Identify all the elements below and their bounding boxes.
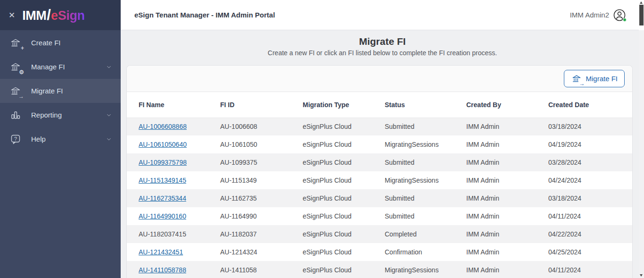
gear-badge-icon: ⚙: [19, 69, 24, 75]
top-header: eSign Tenant Manager - IMM Admin Portal …: [121, 0, 644, 30]
migrate-fi-button-label: Migrate FI: [586, 75, 618, 83]
logo-esign-text: eSign: [51, 8, 84, 23]
fi-table-body: AU-1006608868AU-1006608eSignPlus CloudSu…: [127, 118, 632, 278]
cell-created-date: 03/18/2024: [548, 118, 632, 135]
bank-arrow-icon: →: [9, 85, 22, 97]
cell-migration-type: eSignPlus Cloud: [303, 189, 385, 207]
cell-created-by: IMM Admin: [466, 189, 548, 207]
content-area: Migrate FI Create a new FI or click an F…: [121, 30, 644, 278]
table-row: AU-1061050640AU-1061050eSignPlus CloudMi…: [127, 135, 632, 153]
arrow-badge-icon: →: [18, 93, 24, 99]
chevron-down-icon: [106, 136, 112, 143]
sidebar-item-migrate-fi[interactable]: → Migrate FI: [0, 79, 121, 103]
bank-gear-icon: ⚙: [9, 61, 22, 73]
column-header-status: Status: [385, 92, 466, 118]
cell-fi-id: AU-1151349: [220, 171, 303, 189]
plus-badge-icon: +: [21, 45, 24, 51]
cell-created-by: IMM Admin: [466, 225, 548, 243]
cell-migration-type: eSignPlus Cloud: [303, 135, 385, 153]
bank-arrow-icon: →: [571, 73, 582, 84]
cell-status: MigratingSessions: [385, 171, 466, 189]
cell-migration-type: eSignPlus Cloud: [303, 243, 385, 261]
cell-fi-id: AU-1182037: [220, 225, 303, 243]
cell-status: Submitted: [385, 207, 466, 225]
cell-created-by: IMM Admin: [466, 243, 548, 261]
cell-fi-name: AU-1061050640: [127, 135, 220, 153]
fi-name-link[interactable]: AU-121432451: [139, 248, 183, 256]
migrate-fi-button[interactable]: → Migrate FI: [564, 70, 625, 87]
cell-fi-name: AU-1182037415: [127, 225, 220, 243]
help-bubble-icon: ?: [9, 133, 22, 145]
fi-table: FI Name FI ID Migration Type Status Crea…: [127, 92, 632, 278]
cell-created-by: IMM Admin: [466, 171, 548, 189]
cell-created-date: 04/22/2024: [548, 225, 632, 243]
fi-name-link[interactable]: AU-1099375798: [139, 159, 187, 166]
app-logo: IMM/eSign: [22, 7, 84, 24]
migrate-fi-card: → Migrate FI FI Name FI ID Migration Typ…: [126, 65, 633, 278]
table-row: AU-1099375798AU-1099375eSignPlus CloudSu…: [127, 153, 632, 171]
cell-fi-name: AU-1006608868: [127, 118, 220, 135]
user-name: IMM Admin2: [570, 11, 609, 19]
cell-fi-name: AU-1099375798: [127, 153, 220, 171]
cell-created-date: 03/28/2024: [548, 153, 632, 171]
cell-fi-name: AU-1151349145: [127, 171, 220, 189]
scrollbar-down-arrow-icon[interactable]: [640, 274, 643, 277]
cell-created-by: IMM Admin: [466, 261, 548, 278]
scrollbar-up-arrow-icon[interactable]: [640, 1, 643, 4]
page-scrollbar[interactable]: [639, 0, 644, 278]
fi-name-link[interactable]: AU-1061050640: [139, 141, 187, 148]
page-title: Migrate FI: [121, 36, 644, 47]
page-subtitle: Create a new FI or click an FI listed be…: [121, 49, 644, 57]
cell-migration-type: eSignPlus Cloud: [303, 171, 385, 189]
cell-status: MigratingSessions: [385, 135, 466, 153]
fi-name-link[interactable]: AU-1164990160: [139, 212, 186, 220]
logo-slash: /: [47, 7, 50, 23]
cell-created-date: 04/19/2024: [548, 135, 632, 153]
svg-text:?: ?: [14, 135, 17, 141]
sidebar-item-label: Reporting: [31, 111, 62, 119]
cell-created-by: IMM Admin: [466, 118, 548, 135]
sidebar-logo-bar: ✕ IMM/eSign: [0, 0, 121, 30]
cell-status: Submitted: [385, 189, 466, 207]
scrollbar-thumb[interactable]: [639, 5, 644, 25]
sidebar-nav: + Create FI ⚙ Manage FI → Migr: [0, 30, 121, 151]
cell-fi-id: AU-1411058: [220, 261, 303, 278]
cell-created-date: 04/24/2024: [548, 171, 632, 189]
sidebar-item-label: Create FI: [31, 39, 61, 47]
portal-title: eSign Tenant Manager - IMM Admin Portal: [134, 11, 275, 19]
column-header-migration-type: Migration Type: [303, 92, 385, 118]
cell-status: Submitted: [385, 118, 466, 135]
fi-name-link[interactable]: AU-1006608868: [139, 123, 187, 130]
sidebar-item-label: Manage FI: [31, 63, 65, 71]
cell-created-date: 04/25/2024: [548, 243, 632, 261]
cell-created-date: 03/18/2024: [548, 189, 632, 207]
sidebar-item-help[interactable]: ? Help: [0, 127, 121, 151]
cell-fi-id: AU-1006608: [220, 118, 303, 135]
cell-fi-name: AU-1164990160: [127, 207, 220, 225]
sidebar-item-create-fi[interactable]: + Create FI: [0, 31, 121, 55]
cell-created-by: IMM Admin: [466, 135, 548, 153]
chevron-down-icon: [106, 112, 112, 118]
table-row: AU-1151349145AU-1151349eSignPlus CloudMi…: [127, 171, 632, 189]
table-row: AU-1182037415AU-1182037eSignPlus CloudCo…: [127, 225, 632, 243]
cell-created-by: IMM Admin: [466, 153, 548, 171]
table-row: AU-1411058788AU-1411058eSignPlus CloudMi…: [127, 261, 632, 278]
cell-status: Confirmation: [385, 243, 466, 261]
user-avatar-icon[interactable]: [613, 8, 626, 22]
logo-imm-text: IMM: [22, 8, 46, 23]
sidebar-close-icon[interactable]: ✕: [8, 11, 15, 19]
table-row: AU-1162735344AU-1162735eSignPlus CloudSu…: [127, 189, 632, 207]
fi-name-link[interactable]: AU-1151349145: [139, 177, 186, 184]
cell-status: Submitted: [385, 153, 466, 171]
user-menu[interactable]: IMM Admin2: [570, 8, 626, 22]
cell-migration-type: eSignPlus Cloud: [303, 261, 385, 278]
column-header-created-date: Created Date: [548, 92, 632, 118]
cell-fi-name: AU-1411058788: [127, 261, 220, 278]
cell-migration-type: eSignPlus Cloud: [303, 225, 385, 243]
main-column: eSign Tenant Manager - IMM Admin Portal …: [121, 0, 644, 278]
sidebar-item-reporting[interactable]: Reporting: [0, 103, 121, 127]
sidebar-item-manage-fi[interactable]: ⚙ Manage FI: [0, 55, 121, 79]
fi-name-link[interactable]: AU-1411058788: [139, 266, 186, 274]
chevron-down-icon: [106, 64, 112, 70]
fi-name-link[interactable]: AU-1162735344: [139, 194, 186, 202]
